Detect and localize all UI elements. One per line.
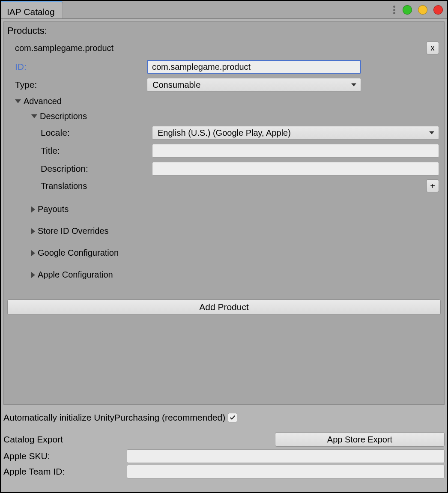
tab-bar: IAP Catalog bbox=[1, 1, 447, 19]
tab-iap-catalog[interactable]: IAP Catalog bbox=[1, 0, 63, 18]
window-maximize-icon[interactable] bbox=[418, 5, 427, 15]
translations-label: Translations bbox=[41, 181, 87, 191]
foldout-triangle-down-icon bbox=[15, 99, 21, 103]
payouts-foldout[interactable]: Payouts bbox=[31, 198, 441, 220]
app-store-export-button[interactable]: App Store Export bbox=[275, 432, 445, 447]
auto-init-checkbox[interactable] bbox=[228, 413, 237, 422]
store-id-overrides-foldout[interactable]: Store ID Overrides bbox=[31, 220, 441, 242]
translations-row: Translations + bbox=[7, 178, 441, 194]
locale-row: Locale: English (U.S.) (Google Play, App… bbox=[7, 124, 441, 142]
tab-label: IAP Catalog bbox=[7, 7, 55, 17]
title-row: Title: bbox=[7, 142, 441, 160]
window-minimize-icon[interactable] bbox=[403, 5, 412, 15]
foldout-triangle-down-icon bbox=[31, 114, 37, 118]
apple-sku-row: Apple SKU: bbox=[3, 448, 445, 464]
locale-label: Locale: bbox=[41, 128, 149, 138]
foldout-triangle-right-icon bbox=[31, 272, 35, 278]
products-heading: Products: bbox=[7, 25, 441, 36]
product-item: com.samplegame.product x ID: Type: Consu… bbox=[6, 38, 442, 292]
store-id-overrides-label: Store ID Overrides bbox=[38, 226, 109, 236]
add-translation-button[interactable]: + bbox=[426, 179, 439, 192]
window-controls bbox=[391, 1, 443, 19]
locale-select[interactable]: English (U.S.) (Google Play, Apple) bbox=[152, 126, 439, 140]
google-configuration-foldout[interactable]: Google Configuration bbox=[31, 242, 441, 264]
apple-sku-label: Apple SKU: bbox=[3, 451, 123, 461]
apple-team-id-label: Apple Team ID: bbox=[3, 466, 123, 477]
apple-team-id-input[interactable] bbox=[127, 465, 445, 478]
google-configuration-label: Google Configuration bbox=[38, 248, 119, 258]
foldout-triangle-right-icon bbox=[31, 206, 35, 212]
advanced-foldout[interactable]: Advanced bbox=[15, 94, 441, 109]
apple-sku-input[interactable] bbox=[127, 449, 445, 463]
locale-selected-value: English (U.S.) (Google Play, Apple) bbox=[158, 128, 291, 138]
payouts-label: Payouts bbox=[38, 204, 69, 214]
id-label: ID: bbox=[15, 62, 143, 72]
add-product-button[interactable]: Add Product bbox=[7, 299, 441, 315]
collapsed-sections: Payouts Store ID Overrides Google Config… bbox=[31, 194, 441, 290]
checkmark-icon bbox=[230, 415, 236, 421]
descriptions-label: Descriptions bbox=[40, 111, 87, 121]
description-input[interactable] bbox=[152, 162, 439, 176]
apple-configuration-foldout[interactable]: Apple Configuration bbox=[31, 264, 441, 286]
footer-section: Automatically initialize UnityPurchasing… bbox=[1, 407, 447, 479]
apple-configuration-label: Apple Configuration bbox=[38, 270, 113, 280]
description-row: Description: bbox=[7, 160, 441, 178]
title-label: Title: bbox=[41, 146, 149, 156]
advanced-label: Advanced bbox=[24, 96, 62, 106]
auto-init-label: Automatically initialize UnityPurchasing… bbox=[3, 412, 225, 423]
id-row: ID: bbox=[7, 58, 441, 76]
title-input[interactable] bbox=[152, 144, 439, 158]
apple-team-id-row: Apple Team ID: bbox=[3, 464, 445, 479]
product-name: com.samplegame.product bbox=[15, 43, 113, 53]
description-label: Description: bbox=[41, 164, 149, 174]
type-label: Type: bbox=[15, 80, 143, 90]
product-header: com.samplegame.product x bbox=[7, 40, 441, 58]
foldout-triangle-right-icon bbox=[31, 228, 35, 234]
id-input[interactable] bbox=[147, 60, 361, 74]
auto-init-row: Automatically initialize UnityPurchasing… bbox=[3, 410, 445, 430]
descriptions-foldout[interactable]: Descriptions bbox=[31, 109, 441, 124]
catalog-export-label: Catalog Export bbox=[3, 434, 272, 445]
kebab-menu-icon[interactable] bbox=[391, 4, 397, 15]
type-select[interactable]: Consumable bbox=[147, 78, 361, 92]
window-close-icon[interactable] bbox=[433, 5, 443, 15]
descriptions-fields: Locale: English (U.S.) (Google Play, App… bbox=[7, 124, 441, 194]
remove-product-button[interactable]: x bbox=[426, 42, 439, 54]
type-selected-value: Consumable bbox=[152, 80, 200, 90]
foldout-triangle-right-icon bbox=[31, 250, 35, 256]
catalog-export-row: Catalog Export App Store Export bbox=[3, 430, 445, 448]
products-panel: Products: com.samplegame.product x ID: T… bbox=[3, 21, 445, 405]
type-row: Type: Consumable bbox=[7, 76, 441, 94]
